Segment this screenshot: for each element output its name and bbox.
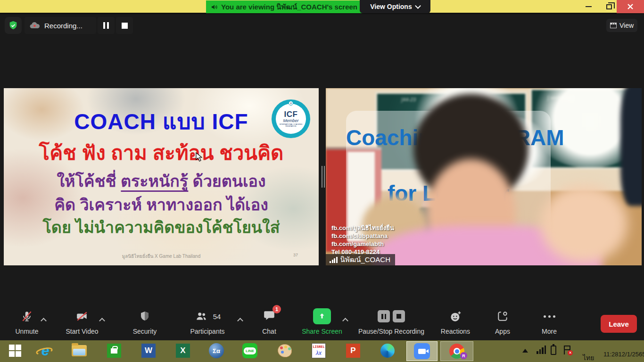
pause-recording-icon [378, 310, 390, 322]
icf-badge-mark: อ [289, 101, 293, 106]
chalk-writing: ∫44-23 [401, 97, 416, 102]
pause-icon [103, 22, 109, 29]
more-button[interactable]: More [521, 309, 578, 335]
view-options-label: View Options [370, 3, 412, 10]
taskbar-spss[interactable]: Σα [209, 344, 224, 358]
viewing-banner-text: You are viewing นิพัฒน์_COACH's screen [221, 1, 357, 13]
security-shield-icon [139, 310, 150, 322]
taskbar-file-explorer[interactable] [72, 344, 87, 358]
window-titlebar: You are viewing นิพัฒน์_COACH's screen V… [0, 0, 644, 14]
edge-icon [380, 344, 395, 358]
participant-name-tag: นิพัฒน์_COACH [326, 254, 395, 265]
taskbar-powerpoint[interactable]: P [346, 344, 361, 358]
security-button[interactable]: Security [116, 309, 173, 335]
slide-red-line: โค้ช ฟัง ถาม สะท้อน ชวนคิด [39, 137, 284, 168]
taskbar-word[interactable]: W [141, 344, 156, 358]
taskbar-excel[interactable]: X [175, 344, 190, 358]
mouse-cursor [196, 152, 202, 162]
more-dots-icon [544, 315, 555, 318]
taskbar-paint[interactable] [277, 344, 292, 358]
icf-badge-subtitle: Member [283, 119, 298, 123]
microphone-muted-icon [21, 310, 33, 322]
slide-title: COACH แบบ ICF [74, 104, 248, 139]
taskbar-edge[interactable] [380, 344, 395, 358]
lisrel-icon: LISREL λx [312, 343, 326, 358]
network-signal-icon[interactable] [537, 346, 546, 354]
panel-resize-handle[interactable] [322, 166, 325, 188]
awareness-underlined: ตระหนักรู้ [121, 172, 188, 192]
security-shield-badge[interactable] [5, 17, 22, 34]
unmute-button[interactable]: Unmute [0, 309, 55, 335]
recording-indicator: Recording... [25, 17, 96, 34]
view-options-button[interactable]: View Options [360, 0, 430, 13]
slide-green-line: โดย ไม่นำความคิดของโค้ชโยนใส่ [43, 214, 280, 240]
apps-icon [496, 310, 509, 322]
spss-icon: Σα [209, 343, 224, 358]
edge-silhouette [620, 88, 642, 206]
taskbar-microsoft-store[interactable] [107, 344, 122, 358]
leave-button[interactable]: Leave [601, 315, 637, 333]
windows-logo-icon [9, 345, 21, 357]
restore-button[interactable] [600, 0, 619, 13]
presenter-video: ∫44-23 ∫ sinθ(sinθ) Coaching PROGRAM for… [326, 88, 642, 265]
presenter-hand [540, 185, 627, 263]
participant-name: นิพัฒน์_COACH [340, 254, 390, 265]
tray-show-hidden-icons[interactable] [522, 349, 528, 353]
signal-bars-icon [330, 257, 338, 263]
awareness-post: ด้วยตนเอง [188, 172, 266, 190]
chat-unread-badge: 1 [272, 305, 281, 313]
zoom-icon [414, 343, 430, 359]
chat-button[interactable]: 1 Chat [241, 309, 297, 335]
taskbar-internet-explorer[interactable]: e [38, 344, 53, 358]
zoom-meeting-window: You are viewing นิพัฒน์_COACH's screen V… [0, 0, 644, 362]
participants-button[interactable]: 54 Participants [179, 309, 236, 335]
camera-muted-icon [75, 310, 89, 322]
line-icon: LINE [242, 343, 257, 358]
tray-date: 12/1/2565 [619, 350, 644, 358]
slide-think-line: คิด วิเคราะห์ หาทางออก ได้เอง [54, 192, 268, 217]
language-indicator[interactable]: ไทย [583, 347, 594, 362]
start-button[interactable] [8, 344, 23, 358]
share-screen-button[interactable]: Share Screen [294, 309, 350, 335]
close-button[interactable] [617, 0, 644, 13]
fb-link-1: fb.com/มูลนิธิไทยยั่งยืน [331, 224, 394, 232]
taskbar-chrome-active[interactable]: R [440, 341, 473, 361]
shield-check-icon [8, 20, 18, 31]
slide-awareness-line: ให้โค้ชชี่ ตระหนักรู้ ด้วยตนเอง [57, 168, 265, 194]
taskbar-zoom-active[interactable] [406, 341, 438, 361]
share-screen-icon [313, 308, 331, 324]
stop-recording-button[interactable] [116, 17, 133, 34]
fb-link-3: fb.com/gamelabth [331, 240, 394, 248]
chevron-down-icon [415, 3, 421, 9]
reactions-smiley-icon [449, 310, 462, 323]
participants-icon [194, 310, 208, 322]
icf-badge-title: ICF [284, 110, 298, 118]
speaker-icon [211, 3, 218, 11]
close-icon [627, 3, 634, 10]
taskbar-line[interactable]: LINE [242, 344, 257, 358]
pause-stop-recording-button[interactable]: Pause/Stop Recording [363, 309, 420, 335]
view-label: View [619, 22, 634, 29]
stop-icon [122, 23, 128, 29]
slide-footer: มูลนิธิไทยยั่งยืน X Game Lab Thailand [122, 253, 200, 260]
view-layout-button[interactable]: View [606, 19, 637, 32]
taskbar-lisrel[interactable]: LISREL λx [311, 344, 326, 358]
grid-view-icon [610, 23, 617, 28]
powerpoint-icon: P [346, 344, 360, 358]
tray-time: 11:28 [603, 350, 619, 358]
word-icon: W [141, 344, 156, 358]
icf-member-badge: อ ICF Member INTERNATIONAL COACHING FEDE… [272, 99, 310, 138]
fb-link-2: fb.com/clubpattana [331, 232, 394, 240]
clock[interactable]: 11:28 12/1/2565 [603, 343, 639, 362]
contact-links: fb.com/มูลนิธิไทยยั่งยืน fb.com/clubpatt… [331, 224, 394, 256]
file-explorer-icon [72, 345, 87, 356]
chrome-profile-badge: R [460, 352, 467, 359]
minimize-button[interactable] [579, 0, 598, 13]
participants-count: 54 [213, 313, 221, 321]
paint-icon [278, 344, 292, 357]
pause-recording-button[interactable] [98, 17, 115, 34]
microsoft-store-icon [107, 344, 121, 358]
slide-page-number: 37 [293, 253, 298, 257]
shared-screen-slide: COACH แบบ ICF อ ICF Member INTERNATIONAL… [4, 88, 319, 265]
battery-icon[interactable] [551, 346, 556, 355]
